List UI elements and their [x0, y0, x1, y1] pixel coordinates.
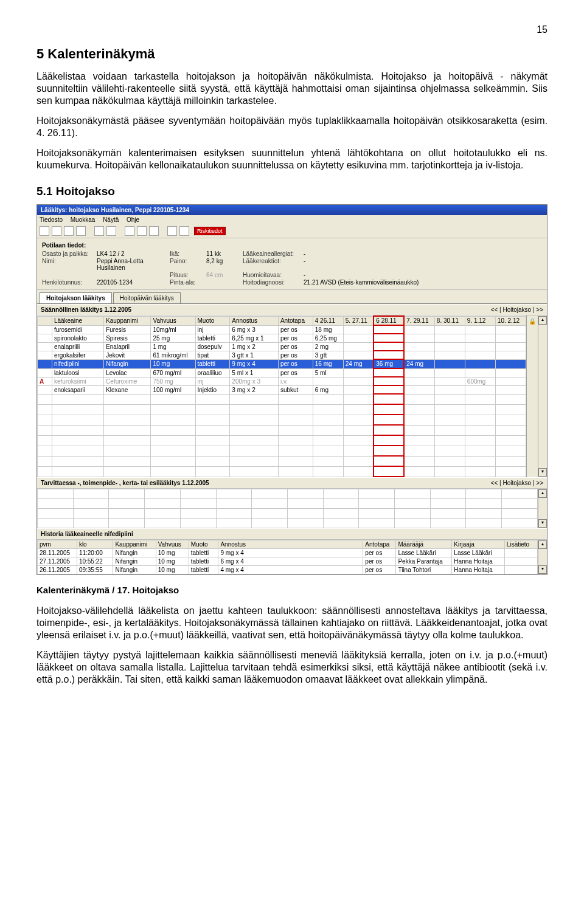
table-header[interactable]: Vahvuus: [156, 540, 189, 549]
table-header[interactable]: Vahvuus: [151, 316, 195, 325]
label-pituus: Pituus:: [170, 272, 206, 278]
val-pinta: [206, 279, 243, 286]
scroll-up-icon[interactable]: ▴: [538, 540, 547, 549]
table-row[interactable]: [38, 425, 526, 435]
table-row[interactable]: 26.11.200509:35:55Nifangin10 mgtabletti4…: [38, 566, 538, 574]
table-row[interactable]: [38, 489, 538, 499]
scrollbar-3[interactable]: ▴ ▾: [538, 540, 547, 574]
table-row[interactable]: [38, 509, 538, 519]
table-row[interactable]: nifedipiiniNifangin10 mgtabletti9 mg x 4…: [38, 359, 526, 368]
label-reaktiot: Lääkereaktiot:: [243, 258, 304, 271]
heading-2: 5.1 Hoitojakso: [36, 185, 548, 198]
window-titlebar: Lääkitys: hoitojakso Husilainen, Peppi 2…: [37, 205, 547, 215]
table-header[interactable]: klo: [77, 540, 113, 549]
save-all-icon[interactable]: [76, 226, 86, 236]
table-header[interactable]: pvm: [38, 540, 77, 549]
label-nimi: Nimi:: [42, 258, 97, 271]
table-header[interactable]: Lääkeaine: [52, 316, 103, 325]
menu-file[interactable]: Tiedosto: [40, 216, 63, 223]
section-1-header: Säännöllinen lääkitys 1.12.2005 << | Hoi…: [37, 304, 547, 315]
table-header[interactable]: [38, 316, 52, 325]
table-header[interactable]: Muoto: [189, 540, 218, 549]
table-header[interactable]: Antotapa: [363, 540, 396, 549]
table-row[interactable]: enalapriiliEnalapril1 mgdosepulv1 mg x 2…: [38, 342, 526, 351]
table-header[interactable]: 5. 27.11: [343, 316, 374, 325]
table-header[interactable]: Määrääjä: [396, 540, 452, 549]
table-header[interactable]: 7. 29.11: [404, 316, 434, 325]
medication-table-1: LääkeaineKauppanimiVahvuusMuotoAnnostusA…: [37, 315, 526, 477]
table-header[interactable]: Kirjaaja: [452, 540, 505, 549]
table-row[interactable]: AkefuroksiimiCefuroxime750 mginj200mg x …: [38, 377, 526, 385]
redo-icon[interactable]: [179, 226, 189, 236]
table-header[interactable]: 4 26.11: [313, 316, 343, 325]
table-row[interactable]: [38, 404, 526, 415]
section-2-header: Tarvittaessa -, toimenpide- , kerta- tai…: [37, 477, 547, 489]
table-row[interactable]: laktuloosiLevolac670 mg/mloraaliliuo5 ml…: [38, 368, 526, 377]
table-row[interactable]: [38, 519, 538, 528]
patient-panel-title: Potilaan tiedot:: [42, 242, 86, 249]
table-row[interactable]: 27.11.200510:55:22Nifangin10 mgtabletti6…: [38, 557, 538, 566]
scroll-down-icon[interactable]: ▾: [538, 519, 547, 528]
menu-view[interactable]: Näytä: [103, 216, 119, 223]
table-header[interactable]: 10. 2.12: [495, 316, 526, 325]
paste-icon[interactable]: [149, 226, 159, 236]
table-row[interactable]: [38, 446, 526, 456]
copy-icon[interactable]: [137, 226, 147, 236]
section-2-nav[interactable]: << | Hoitojakso | >>: [491, 480, 543, 486]
new-icon[interactable]: [40, 226, 49, 236]
scrollbar-2[interactable]: ▴ ▾: [538, 489, 547, 528]
history-table: pvmkloKauppanimiVahvuusMuotoAnnostusAnto…: [37, 540, 538, 574]
val-diag: 21.21 AVSD (Eteis-kammioväliseinäaukko): [304, 279, 542, 286]
label-diag: Hoitodiagnoosi:: [243, 279, 304, 286]
table-row[interactable]: enoksapariiKlexane100 mg/mlInjektio3 mg …: [38, 385, 526, 394]
save-icon[interactable]: [64, 226, 74, 236]
scroll-up-icon[interactable]: ▴: [538, 316, 547, 325]
scroll-down-icon[interactable]: ▾: [538, 565, 547, 574]
undo-icon[interactable]: [167, 226, 177, 236]
print-icon[interactable]: [94, 226, 104, 236]
table-header[interactable]: Lisätieto: [504, 540, 537, 549]
preview-icon[interactable]: [106, 226, 116, 236]
lock-icon[interactable]: 🔒: [526, 315, 538, 477]
table-row[interactable]: spironolaktoSpiresis25 mgtabletti6,25 mg…: [38, 334, 526, 342]
paragraph-5: Käyttäjien täytyy pystyä lajittelemaan k…: [36, 649, 548, 686]
paragraph-3: Hoitojaksonäkymän kalenterimaisen esityk…: [36, 147, 548, 171]
table-header[interactable]: 8. 30.11: [434, 316, 465, 325]
scroll-up-icon[interactable]: ▴: [538, 489, 547, 498]
section-1-nav[interactable]: << | Hoitojakso | >>: [491, 306, 543, 313]
table-header[interactable]: Annostus: [230, 316, 279, 325]
tab-hoitopaiva[interactable]: Hoitopäivän lääkitys: [113, 292, 181, 303]
table-row[interactable]: [38, 435, 526, 446]
table-row[interactable]: 28.11.200511:20:00Nifangin10 mgtabletti9…: [38, 549, 538, 557]
table-row[interactable]: ergokalsiferJekovit61 mikrog/mltipat3 gt…: [38, 351, 526, 359]
section-2-title: Tarvittaessa -, toimenpide- , kerta- tai…: [41, 480, 209, 486]
table-row[interactable]: [38, 415, 526, 425]
open-icon[interactable]: [52, 226, 61, 236]
val-osasto: LK4 12 / 2: [97, 250, 170, 257]
table-row[interactable]: [38, 394, 526, 404]
table-header[interactable]: 6 28.11: [374, 316, 404, 325]
table-header[interactable]: 9. 1.12: [465, 316, 495, 325]
scrollbar-1[interactable]: ▴ ▾: [538, 315, 547, 477]
table-header[interactable]: Kauppanimi: [104, 316, 151, 325]
tab-hoitojakso[interactable]: Hoitojakson lääkitys: [40, 292, 112, 303]
menu-help[interactable]: Ohje: [127, 216, 139, 223]
table-row[interactable]: furosemidiFuresis10mg/mlinj6 mg x 3per o…: [38, 325, 526, 334]
menu-edit[interactable]: Muokkaa: [71, 216, 96, 223]
label-allergiat: Lääkeaineallergiat:: [243, 250, 304, 257]
table-header[interactable]: Antotapa: [278, 316, 313, 325]
table-header[interactable]: Kauppanimi: [113, 540, 156, 549]
table-row[interactable]: [38, 499, 538, 509]
label-hetu: Henkilötunnus:: [42, 279, 97, 286]
risk-button[interactable]: Riskitiedot: [194, 227, 226, 235]
val-allergiat: -: [304, 250, 542, 257]
table-header[interactable]: Muoto: [195, 316, 230, 325]
menu-bar[interactable]: Tiedosto Muokkaa Näytä Ohje: [37, 215, 547, 224]
val-paino: 8,2 kg: [206, 258, 243, 271]
table-row[interactable]: [38, 466, 526, 477]
table-header[interactable]: Annostus: [218, 540, 363, 549]
cut-icon[interactable]: [125, 226, 134, 236]
table-row[interactable]: [38, 456, 526, 466]
scroll-down-icon[interactable]: ▾: [538, 468, 547, 477]
val-huom: -: [304, 272, 542, 278]
